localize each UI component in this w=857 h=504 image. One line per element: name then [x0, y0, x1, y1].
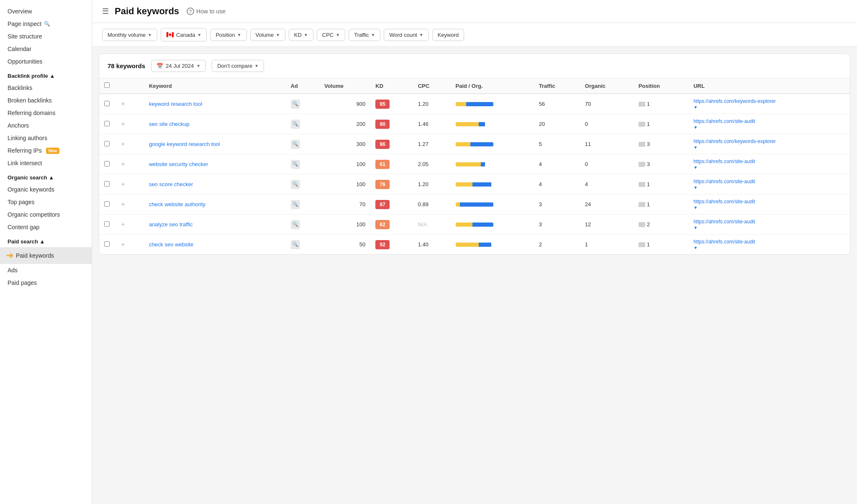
header-checkbox[interactable] — [99, 78, 115, 94]
row-checkbox[interactable] — [99, 215, 115, 235]
row-url[interactable]: https://ahrefs.com/site-audit ▼ — [688, 154, 850, 174]
new-badge: New — [46, 148, 60, 154]
row-checkbox[interactable] — [99, 235, 115, 255]
row-checkbox[interactable] — [99, 154, 115, 174]
row-keyword[interactable]: keyword research tool — [144, 94, 286, 114]
ad-search-icon[interactable]: 🔍 — [291, 120, 300, 129]
row-checkbox[interactable] — [99, 94, 115, 114]
table-row: ＋ seo score checker 🔍 100 76 1.20 4 4 — [99, 174, 850, 194]
row-url[interactable]: https://ahrefs.com/keywords-explorer ▼ — [688, 134, 850, 154]
row-url[interactable]: https://ahrefs.com/site-audit ▼ — [688, 174, 850, 194]
ad-search-icon[interactable]: 🔍 — [291, 100, 300, 109]
sidebar-item-backlinks[interactable]: Backlinks — [0, 82, 92, 94]
row-add[interactable]: ＋ — [115, 154, 144, 174]
keyword-filter[interactable]: Keyword — [432, 29, 464, 41]
chevron-down-icon: ▼ — [304, 33, 308, 37]
sidebar-item-organic-competitors[interactable]: Organic competitors — [0, 208, 92, 221]
row-add[interactable]: ＋ — [115, 235, 144, 255]
header-ad[interactable]: Ad — [286, 78, 319, 94]
ad-search-icon[interactable]: 🔍 — [291, 240, 300, 249]
position-icon — [639, 162, 645, 167]
row-checkbox[interactable] — [99, 194, 115, 215]
row-add[interactable]: ＋ — [115, 215, 144, 235]
monthly-volume-filter[interactable]: Monthly volume ▼ — [102, 29, 157, 41]
row-cpc: 1.40 — [413, 235, 451, 255]
sidebar-item-paid-pages[interactable]: Paid pages — [0, 276, 92, 289]
row-keyword[interactable]: analyze seo traffic — [144, 215, 286, 235]
row-keyword[interactable]: check seo website — [144, 235, 286, 255]
ad-search-icon[interactable]: 🔍 — [291, 140, 300, 149]
how-to-use-link[interactable]: ? How to use — [187, 8, 226, 15]
row-url[interactable]: https://ahrefs.com/site-audit ▼ — [688, 194, 850, 215]
row-add[interactable]: ＋ — [115, 94, 144, 114]
sidebar-item-calendar[interactable]: Calendar — [0, 43, 92, 55]
row-url[interactable]: https://ahrefs.com/site-audit ▼ — [688, 114, 850, 134]
sidebar-item-top-pages[interactable]: Top pages — [0, 196, 92, 208]
row-keyword[interactable]: seo score checker — [144, 174, 286, 194]
sidebar-item-site-structure[interactable]: Site structure — [0, 30, 92, 43]
header-volume[interactable]: Volume — [319, 78, 370, 94]
row-checkbox[interactable] — [99, 174, 115, 194]
sidebar-item-label: Paid keywords — [16, 252, 54, 259]
row-paid-org — [451, 94, 534, 114]
row-keyword[interactable]: website security checker — [144, 154, 286, 174]
row-add[interactable]: ＋ — [115, 174, 144, 194]
header-paid-org[interactable]: Paid / Org. — [451, 78, 534, 94]
row-add[interactable]: ＋ — [115, 114, 144, 134]
kd-filter[interactable]: KD ▼ — [289, 29, 313, 41]
row-url[interactable]: https://ahrefs.com/site-audit ▼ — [688, 235, 850, 255]
date-label: 24 Jul 2024 — [166, 63, 194, 69]
row-checkbox[interactable] — [99, 134, 115, 154]
header-cpc[interactable]: CPC — [413, 78, 451, 94]
sidebar-item-paid-keywords[interactable]: ➜ Paid keywords — [0, 247, 92, 264]
row-keyword[interactable]: check website authority — [144, 194, 286, 215]
header-organic[interactable]: Organic — [580, 78, 634, 94]
sidebar-item-opportunities[interactable]: Opportunities — [0, 55, 92, 68]
header-traffic[interactable]: Traffic — [534, 78, 580, 94]
sidebar-item-linking-authors[interactable]: Linking authors — [0, 132, 92, 144]
row-keyword[interactable]: google keyword research tool — [144, 134, 286, 154]
row-url[interactable]: https://ahrefs.com/keywords-explorer ▼ — [688, 94, 850, 114]
sidebar-item-content-gap[interactable]: Content gap — [0, 221, 92, 233]
paid-org-bar — [456, 202, 493, 207]
row-add[interactable]: ＋ — [115, 134, 144, 154]
compare-button[interactable]: Don't compare ▼ — [212, 60, 264, 72]
row-url[interactable]: https://ahrefs.com/site-audit ▼ — [688, 215, 850, 235]
sidebar-item-page-inspect[interactable]: Page inspect 🔍 — [0, 18, 92, 30]
volume-filter[interactable]: Volume ▼ — [250, 29, 285, 41]
sidebar-item-referring-domains[interactable]: Referring domains — [0, 107, 92, 119]
word-count-filter[interactable]: Word count ▼ — [384, 29, 428, 41]
ad-search-icon[interactable]: 🔍 — [291, 180, 300, 189]
sidebar-item-referring-ips[interactable]: Referring IPs New — [0, 144, 92, 157]
paid-org-bar — [456, 182, 493, 187]
header-kd[interactable]: KD — [370, 78, 413, 94]
row-position: 2 — [634, 215, 689, 235]
search-icon: 🔍 — [44, 21, 50, 27]
row-organic: 70 — [580, 94, 634, 114]
ad-search-icon[interactable]: 🔍 — [291, 220, 300, 229]
sidebar-item-broken-backlinks[interactable]: Broken backlinks — [0, 94, 92, 107]
sidebar-item-link-intersect[interactable]: Link intersect — [0, 157, 92, 169]
ad-search-icon[interactable]: 🔍 — [291, 200, 300, 209]
sidebar-item-organic-keywords[interactable]: Organic keywords — [0, 183, 92, 196]
sidebar-item-ads[interactable]: Ads — [0, 264, 92, 276]
row-volume: 200 — [319, 114, 370, 134]
header-position[interactable]: Position — [634, 78, 689, 94]
row-add[interactable]: ＋ — [115, 194, 144, 215]
header-url[interactable]: URL — [688, 78, 850, 94]
kd-badge: 95 — [375, 100, 390, 109]
ad-search-icon[interactable]: 🔍 — [291, 160, 300, 169]
cpc-filter[interactable]: CPC ▼ — [317, 29, 345, 41]
sidebar-item-anchors[interactable]: Anchors — [0, 119, 92, 132]
row-checkbox[interactable] — [99, 114, 115, 134]
sidebar-item-overview[interactable]: Overview — [0, 5, 92, 18]
date-selector[interactable]: 📅 24 Jul 2024 ▼ — [151, 60, 206, 72]
sidebar-item-label: Referring domains — [8, 110, 55, 116]
canada-filter[interactable]: 🇨🇦 Canada ▼ — [161, 28, 207, 41]
header-keyword[interactable]: Keyword — [144, 78, 286, 94]
traffic-filter[interactable]: Traffic ▼ — [349, 29, 380, 41]
position-filter[interactable]: Position ▼ — [210, 29, 246, 41]
row-keyword[interactable]: seo site checkup — [144, 114, 286, 134]
menu-icon[interactable]: ☰ — [102, 7, 109, 16]
table-row: ＋ seo site checkup 🔍 200 90 1.46 20 0 — [99, 114, 850, 134]
